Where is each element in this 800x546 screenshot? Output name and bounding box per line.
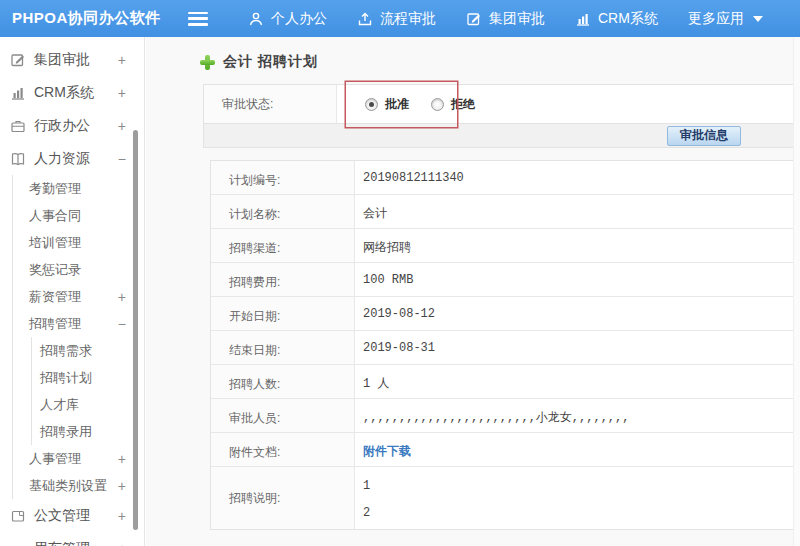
field-value: ,,,,,,,,,,,,,,,,,,,,,,,,小龙女,,,,,,,, [355,399,793,432]
sidebar-item-集团审批[interactable]: 集团审批+ [0,43,144,76]
sidebar-item-人力资源[interactable]: 人力资源− [0,142,144,175]
field-label: 计划编号: [211,161,355,194]
top-nav: 个人办公流程审批集团审批CRM系统更多应用 [248,10,763,28]
expand-icon[interactable]: + [118,541,126,546]
chart-icon [575,11,591,27]
expand-icon[interactable]: + [118,52,126,68]
sidebar-item-label: 奖惩记录 [29,261,81,279]
main-content: 会计 招聘计划 审批状态: 批准 拒绝 审批信息 计划编号:2019081211… [146,37,800,546]
app-logo[interactable]: PHPOA协同办公软件 [0,9,188,28]
top-nav-item-3[interactable]: 集团审批 [466,10,545,28]
sidebar-item-label: 公文管理 [34,507,90,525]
collapse-icon[interactable]: − [118,151,126,167]
car-icon [10,541,26,546]
briefcase-icon [10,118,26,134]
radio-approve-icon[interactable] [365,98,378,111]
sidebar-item-招聘需求[interactable]: 招聘需求 [32,337,144,364]
sidebar-item-人才库[interactable]: 人才库 [32,391,144,418]
person-icon [248,11,264,27]
field-label: 招聘说明: [211,467,355,529]
sidebar-item-基础类别设置[interactable]: 基础类别设置+ [13,472,144,499]
expand-icon[interactable]: + [118,451,126,467]
sidebar-item-招聘录用[interactable]: 招聘录用 [32,418,144,445]
upload-icon [357,11,373,27]
sidebar-item-label: 人才库 [40,396,79,414]
sidebar-item-奖惩记录[interactable]: 奖惩记录 [13,256,144,283]
expand-icon[interactable]: + [118,289,126,305]
caret-down-icon [753,16,763,22]
top-nav-label: 流程审批 [380,10,436,28]
attachment-download-link[interactable]: 附件下载 [355,433,793,466]
sidebar-item-label: 人事合同 [29,207,81,225]
sidebar-item-培训管理[interactable]: 培训管理 [13,229,144,256]
sidebar-item-label: 用车管理 [34,540,90,546]
sidebar-item-label: 集团审批 [34,51,90,69]
field-row: 计划编号:20190812111340 [211,161,793,195]
sidebar-item-label: 人力资源 [34,150,90,168]
sidebar-item-公文管理[interactable]: 公文管理+ [0,499,144,532]
field-value: 网络招聘 [355,229,793,262]
sidebar-item-薪资管理[interactable]: 薪资管理+ [13,283,144,310]
radio-reject[interactable]: 拒绝 [431,96,475,113]
sidebar-item-label: 人事管理 [29,450,81,468]
field-row: 计划名称:会计 [211,195,793,229]
expand-icon[interactable]: + [118,85,126,101]
sidebar-item-label: 招聘需求 [40,342,92,360]
approval-status-label: 审批状态: [204,85,337,123]
edit-icon [466,11,482,27]
sidebar-item-招聘管理[interactable]: 招聘管理− [13,310,144,337]
field-value: 会计 [355,195,793,228]
sidebar-item-label: 招聘计划 [40,369,92,387]
approval-panel: 审批状态: 批准 拒绝 审批信息 [203,84,794,148]
top-nav-label: CRM系统 [598,10,658,28]
hamburger-icon[interactable] [188,12,208,26]
top-nav-item-5[interactable]: 更多应用 [688,10,763,28]
field-label: 招聘人数: [211,365,355,398]
sidebar-item-label: 薪资管理 [29,288,81,306]
approval-status-row: 审批状态: 批准 拒绝 [203,84,794,124]
expand-icon[interactable]: + [118,118,126,134]
field-label: 招聘费用: [211,263,355,296]
sidebar-item-招聘计划[interactable]: 招聘计划 [32,364,144,391]
page-header: 会计 招聘计划 [200,53,800,71]
field-label: 审批人员: [211,399,355,432]
sidebar-item-考勤管理[interactable]: 考勤管理 [13,175,144,202]
expand-icon[interactable]: + [118,508,126,524]
top-nav-item-2[interactable]: 流程审批 [357,10,436,28]
field-value: 1 2 [355,467,793,529]
top-nav-item-1[interactable]: 个人办公 [248,10,327,28]
edit-icon [10,52,26,68]
page-scrollbar[interactable] [793,37,800,546]
sidebar-item-行政办公[interactable]: 行政办公+ [0,109,144,142]
field-label: 开始日期: [211,297,355,330]
field-value: 2019-08-31 [355,331,793,364]
field-value: 2019-08-12 [355,297,793,330]
document-icon [10,508,26,524]
field-label: 附件文档: [211,433,355,466]
radio-reject-icon[interactable] [431,98,444,111]
radio-approve-label: 批准 [385,96,409,113]
collapse-icon[interactable]: − [118,316,126,332]
sidebar-item-人事合同[interactable]: 人事合同 [13,202,144,229]
radio-approve[interactable]: 批准 [365,96,409,113]
field-row: 招聘人数:1 人 [211,365,793,399]
top-nav-label: 集团审批 [489,10,545,28]
sidebar-item-CRM系统[interactable]: CRM系统+ [0,76,144,109]
field-label: 招聘渠道: [211,229,355,262]
add-icon [200,55,215,70]
sidebar-item-人事管理[interactable]: 人事管理+ [13,445,144,472]
field-row: 开始日期:2019-08-12 [211,297,793,331]
field-row: 附件文档:附件下载 [211,433,793,467]
expand-icon[interactable]: + [118,478,126,494]
top-nav-label: 个人办公 [271,10,327,28]
sidebar-item-用车管理[interactable]: 用车管理+ [0,532,144,546]
field-row: 招聘渠道:网络招聘 [211,229,793,263]
approval-info-button[interactable]: 审批信息 [667,126,741,146]
top-nav-label: 更多应用 [688,10,744,28]
field-value: 1 人 [355,365,793,398]
detail-fields-table: 计划编号:20190812111340计划名称:会计招聘渠道:网络招聘招聘费用:… [210,160,794,530]
sidebar-item-label: 培训管理 [29,234,81,252]
topbar: PHPOA协同办公软件 个人办公流程审批集团审批CRM系统更多应用 [0,0,800,37]
book-icon [10,151,26,167]
top-nav-item-4[interactable]: CRM系统 [575,10,658,28]
